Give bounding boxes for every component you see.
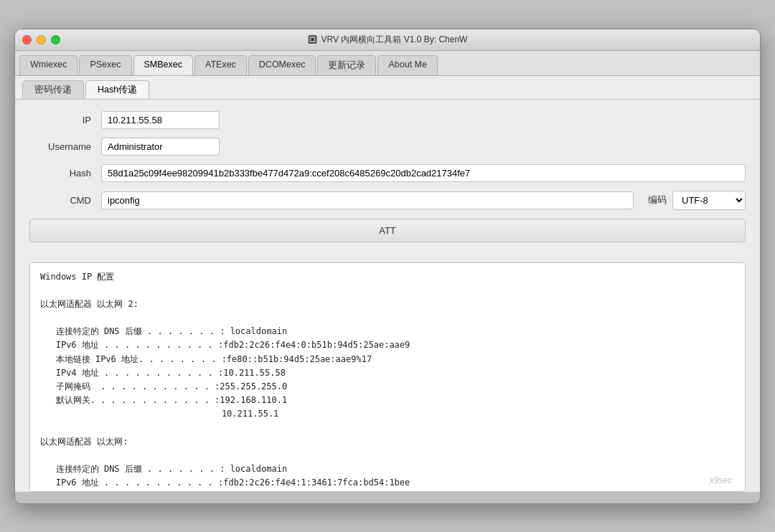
app-icon	[308, 34, 318, 44]
second-tab-bar: 密码传递 Hash传递	[15, 76, 760, 100]
watermark: x9sec	[710, 475, 732, 485]
username-input[interactable]	[101, 138, 220, 156]
tab-smbexec[interactable]: SMBexec	[133, 55, 194, 75]
cmd-label: CMD	[29, 195, 101, 206]
username-row: Username	[29, 138, 746, 156]
tab-dcomexec[interactable]: DCOMexec	[248, 55, 316, 75]
tab-update-log[interactable]: 更新记录	[317, 55, 376, 75]
cmd-row: CMD 编码 UTF-8 GBK GB2312	[29, 191, 746, 210]
svg-rect-2	[311, 38, 314, 41]
cmd-input[interactable]	[101, 191, 634, 209]
ip-row: IP	[29, 111, 746, 129]
maximize-button[interactable]	[51, 35, 60, 44]
titlebar: VRV 内网横向工具箱 V1.0 By: ChenW	[15, 29, 760, 51]
tab-hash[interactable]: Hash传递	[85, 80, 149, 99]
close-button[interactable]	[22, 35, 32, 44]
ip-label: IP	[29, 115, 101, 125]
tab-atexec[interactable]: ATExec	[194, 55, 247, 75]
ip-input[interactable]	[101, 111, 220, 129]
minimize-button[interactable]	[37, 35, 46, 44]
app-window: VRV 内网横向工具箱 V1.0 By: ChenW Wmiexec PSexe…	[14, 29, 761, 504]
output-area-wrapper: Windows IP 配置 以太网适配器 以太网 2: 连接特定的 DNS 后缀…	[29, 262, 746, 492]
encoding-label: 编码	[648, 194, 667, 206]
tab-psexec[interactable]: PSexec	[79, 55, 131, 75]
hash-label: Hash	[29, 168, 101, 179]
encoding-select[interactable]: UTF-8 GBK GB2312	[672, 191, 746, 210]
hash-row: Hash	[29, 164, 746, 182]
tab-wmiexec[interactable]: Wmiexec	[19, 55, 78, 75]
titlebar-buttons	[22, 35, 60, 44]
main-content: Wmiexec PSexec SMBexec ATExec DCOMexec 更…	[15, 51, 760, 492]
tab-about-me[interactable]: About Me	[377, 55, 438, 75]
form-area: IP Username Hash CMD 编码 UTF-8 GBK	[15, 100, 760, 262]
hash-input[interactable]	[101, 164, 746, 182]
output-area[interactable]: Windows IP 配置 以太网适配器 以太网 2: 连接特定的 DNS 后缀…	[30, 263, 745, 491]
att-button[interactable]: ATT	[29, 219, 746, 242]
titlebar-title: VRV 内网横向工具箱 V1.0 By: ChenW	[308, 34, 468, 46]
tab-password[interactable]: 密码传递	[22, 80, 84, 99]
username-label: Username	[29, 141, 101, 152]
top-tab-bar: Wmiexec PSexec SMBexec ATExec DCOMexec 更…	[15, 51, 760, 76]
